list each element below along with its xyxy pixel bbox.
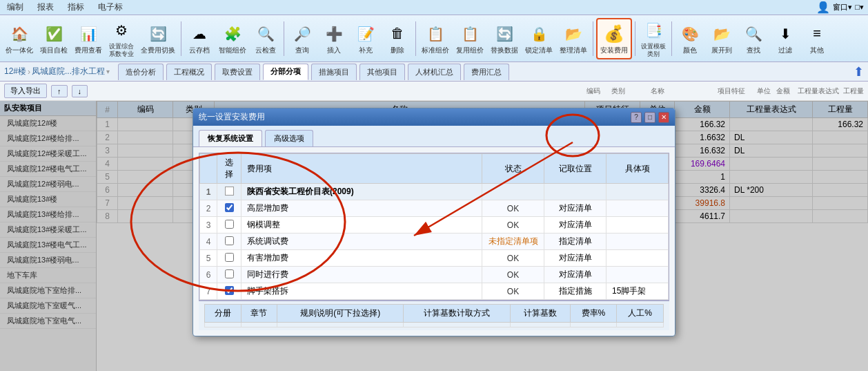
breadcrumb-楼[interactable]: 12#楼: [4, 66, 26, 77]
toolbar-btn-suoding[interactable]: 🔒 锁定清单: [522, 18, 555, 59]
dialog-table-row[interactable]: 4 系统调试费 未指定清单项 指定清单: [200, 234, 669, 250]
xiangmuzijian-icon: ✅: [43, 23, 65, 45]
tab-rencaiji[interactable]: 人材机汇总: [408, 64, 461, 80]
toolbar-btn-fuyongzujia[interactable]: 📋 复用组价: [453, 18, 486, 59]
cb-row2[interactable]: [225, 203, 234, 212]
biaozhunzujia-icon: 📋: [424, 23, 446, 45]
nav-up-icon[interactable]: ⬆: [854, 64, 864, 79]
dialog-close-btn[interactable]: ✕: [658, 112, 669, 123]
tab-fenbu[interactable]: 分部分项: [263, 64, 308, 80]
btn-up[interactable]: ↑: [51, 85, 68, 97]
dialog-table-row-group[interactable]: 1 陕西省安装工程价目表(2009): [200, 184, 669, 200]
menu-report[interactable]: 报表: [34, 0, 57, 15]
breadcrumb: 12#楼 › 凤城庭院...排水工程 ▾: [4, 66, 110, 77]
toolbar-btn-guolv[interactable]: ⬇ 过滤: [770, 18, 800, 59]
toolbar-btn-quanfeiyong[interactable]: 🔄 全费用切换: [138, 18, 178, 59]
dialog-tab-huifu[interactable]: 恢复系统设置: [199, 130, 262, 146]
menu-bar: 编制 报表 指标 电子标 👤 窗口▾ □▾: [0, 0, 868, 15]
toolbar-btn-feiyongchakan[interactable]: 📊 费用查看: [72, 18, 105, 59]
dth-feiyongxiang: 费用项: [241, 154, 482, 184]
feiyongchakan-icon: 📊: [77, 23, 99, 45]
toolbar-btn-chazhao[interactable]: 🔍 查找: [738, 18, 769, 59]
dialog-table-row[interactable]: 5 有害增加费 OK 对应清单: [200, 250, 669, 267]
row6-label: 同时进行费: [241, 267, 482, 283]
xiangmuzijian-label: 项目自检: [40, 46, 68, 55]
cb-row1[interactable]: [225, 187, 234, 196]
toolbar-sep-4: [593, 21, 593, 56]
tihuan-label: 替换数据: [491, 46, 518, 55]
toolbar-btn-biaozhunzujia[interactable]: 📋 标准组价: [419, 18, 452, 59]
suoding-label: 锁定清单: [525, 46, 553, 55]
tab-feiyong[interactable]: 费用汇总: [464, 64, 509, 80]
settings-menu[interactable]: □▾: [855, 3, 864, 12]
toolbar-btn-shanchu[interactable]: 🗑 删除: [382, 18, 413, 59]
window-menu[interactable]: 窗口▾: [833, 2, 852, 12]
shezhi-muban-label: 设置模板类别: [641, 43, 666, 58]
tab-qufei[interactable]: 取费设置: [215, 64, 260, 80]
zhankaido-icon: 📂: [711, 23, 733, 45]
toolbar-btn-buchong[interactable]: 📝 补充: [351, 18, 381, 59]
toolbar-btn-tihuan[interactable]: 🔄 替换数据: [488, 18, 521, 59]
row5-status: OK: [482, 250, 544, 267]
row7-status: OK: [482, 283, 544, 300]
toolbar-btn-yanse[interactable]: 🎨 颜色: [675, 18, 705, 59]
dialog-help-btn[interactable]: ?: [631, 112, 642, 123]
toolbar-sep-5: [635, 21, 635, 56]
toolbar-btn-charu[interactable]: ➕ 插入: [319, 18, 349, 59]
toolbar-btn-chaxun[interactable]: 🔎 查询: [287, 18, 317, 59]
btn-down[interactable]: ↓: [72, 85, 88, 97]
tab-gongcheng[interactable]: 工程概况: [166, 64, 212, 80]
toolbar-btn-anzhuangfeiyong[interactable]: 💰 安装费用: [596, 18, 632, 59]
tab-qita[interactable]: 其他项目: [359, 64, 405, 80]
qita-label: 其他: [810, 46, 824, 55]
tab-zaojia[interactable]: 造价分析: [118, 64, 164, 80]
row2-label: 高层增加费: [241, 200, 482, 217]
dialog-minimize-btn[interactable]: □: [644, 112, 655, 123]
row4-status: 未指定清单项: [482, 234, 544, 250]
jiayitihua-icon: 🏠: [8, 23, 30, 45]
dialog-table-row[interactable]: 3 钢模调整 OK 对应清单: [200, 217, 669, 234]
tab-cuoshi[interactable]: 措施项目: [311, 64, 357, 80]
row3-status: OK: [482, 217, 544, 234]
user-icon[interactable]: 👤: [816, 1, 830, 14]
toolbar-btn-yunyundang[interactable]: ☁ 云存档: [184, 18, 215, 59]
menu-index[interactable]: 指标: [65, 0, 87, 15]
buchong-icon: 📝: [355, 23, 377, 45]
dialog-overlay: 统一设置安装费用 ? □ ✕ 恢复系统设置 高级选项: [0, 101, 868, 371]
bottom-table-row[interactable]: [205, 323, 664, 327]
bth-guize: 规则说明(可下拉选择): [277, 305, 404, 323]
row4-label: 系统调试费: [241, 234, 482, 250]
dialog-anzhuangfeiyong: 统一设置安装费用 ? □ ✕ 恢复系统设置 高级选项: [193, 108, 675, 336]
btn-daoru-daochu[interactable]: 导入导出: [4, 84, 47, 98]
cb-row6[interactable]: [225, 269, 234, 278]
row3-label: 钢模调整: [241, 217, 482, 234]
toolbar-btn-shezhizonghe[interactable]: ⚙ 设置综合系数专业: [106, 18, 137, 59]
dialog-bottom-panel: 分册 章节 规则说明(可下拉选择) 计算基数计取方式 计算基数 费率% 人工%: [199, 301, 669, 330]
dialog-table-row[interactable]: 2 高层增加费 OK 对应清单: [200, 200, 669, 217]
toolbar-btn-zhengli[interactable]: 📂 整理清单: [557, 18, 590, 59]
toolbar-btn-zhankaido[interactable]: 📂 展开到: [707, 18, 737, 59]
cb-row5[interactable]: [225, 253, 234, 262]
toolbar-btn-xiangmuzijian[interactable]: ✅ 项目自检: [37, 18, 70, 59]
chaxun-icon: 🔎: [291, 23, 313, 45]
jiayitihua-label: 价一体化: [6, 46, 33, 55]
shanchu-icon: 🗑: [386, 23, 408, 45]
fuyongzujia-label: 复用组价: [456, 46, 484, 55]
cb-row7[interactable]: [225, 286, 234, 295]
guolv-icon: ⬇: [774, 23, 796, 45]
dialog-table-row[interactable]: 6 同时进行费 OK 对应清单: [200, 267, 669, 283]
dialog-table-row[interactable]: 7 脚手架搭拆 OK 指定措施 15脚手架: [200, 283, 669, 300]
toolbar-btn-qita[interactable]: ≡ 其他: [802, 18, 832, 59]
toolbar-btn-zhinengzujia[interactable]: 🧩 智能组价: [216, 18, 249, 59]
cb-row3[interactable]: [225, 220, 234, 229]
dialog-tab-gaoji[interactable]: 高级选项: [265, 130, 313, 146]
toolbar-btn-shezhi-muban[interactable]: 📑 设置模板类别: [638, 18, 669, 59]
menu-etender[interactable]: 电子标: [95, 0, 126, 15]
breadcrumb-project[interactable]: 凤城庭院...排水工程: [32, 66, 105, 77]
menu-edit[interactable]: 编制: [4, 0, 26, 15]
toolbar-sep-1: [181, 21, 181, 56]
toolbar-btn-jiayitihua[interactable]: 🏠 价一体化: [3, 18, 36, 59]
cb-row4[interactable]: [225, 236, 234, 245]
breadcrumb-dropdown[interactable]: ▾: [106, 68, 110, 75]
toolbar-btn-yunjiancha[interactable]: 🔍 云检查: [250, 18, 281, 59]
